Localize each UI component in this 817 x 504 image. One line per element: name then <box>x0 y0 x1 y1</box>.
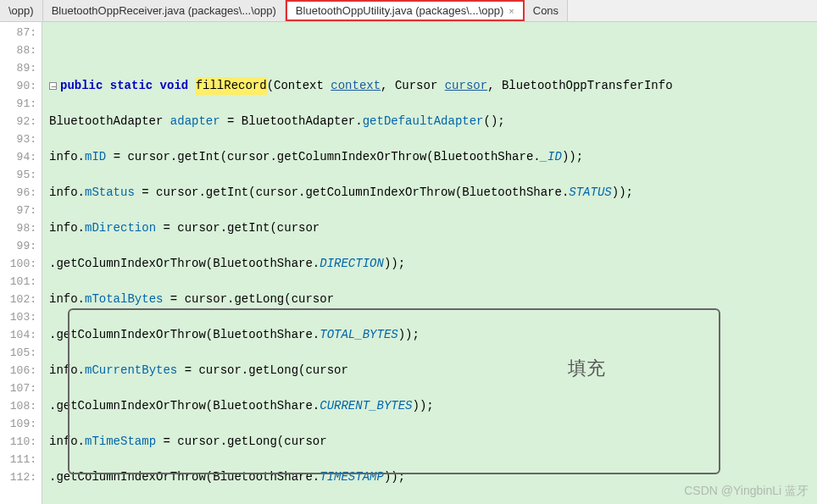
code-line <box>49 42 817 59</box>
line-number: 112: <box>0 468 36 486</box>
tab-cons-fragment[interactable]: Cons <box>525 0 568 21</box>
line-number: 95: <box>0 166 36 184</box>
code-editor[interactable]: 87:88:89:90:91:92:93:94:95:96:97:98:99:1… <box>0 22 817 504</box>
line-number: 109: <box>0 415 36 433</box>
line-number: 105: <box>0 344 36 362</box>
editor-tabs: \opp) BluetoothOppReceiver.java (package… <box>0 0 817 22</box>
line-number: 97: <box>0 202 36 219</box>
code-line: info.mTotalBytes = cursor.getLong(cursor <box>49 291 817 308</box>
line-number: 102: <box>0 291 36 308</box>
line-number: 106: <box>0 362 36 379</box>
line-number: 110: <box>0 433 36 451</box>
line-number: 100: <box>0 255 36 273</box>
tab-bluetooth-opp-receiver[interactable]: BluetoothOppReceiver.java (packages\...\… <box>43 0 286 21</box>
code-line: .getColumnIndexOrThrow(BluetoothShare.TO… <box>49 326 817 344</box>
line-number-gutter: 87:88:89:90:91:92:93:94:95:96:97:98:99:1… <box>0 22 42 504</box>
code-line: public static void fillRecord(Context co… <box>49 77 817 95</box>
tab-opp-fragment[interactable]: \opp) <box>0 0 43 21</box>
code-line: .getColumnIndexOrThrow(BluetoothShare.CU… <box>49 397 817 415</box>
line-number: 94: <box>0 148 36 166</box>
line-number: 98: <box>0 219 36 237</box>
code-area[interactable]: public static void fillRecord(Context co… <box>42 22 817 504</box>
code-line: info.mID = cursor.getInt(cursor.getColum… <box>49 148 817 166</box>
line-number: 92: <box>0 113 36 130</box>
line-number: 90: <box>0 77 36 95</box>
line-number: 91: <box>0 95 36 113</box>
line-number: 101: <box>0 273 36 291</box>
code-line: .getColumnIndexOrThrow(BluetoothShare.TI… <box>49 468 817 486</box>
line-number: 89: <box>0 59 36 77</box>
line-number: 107: <box>0 379 36 397</box>
line-number: 87: <box>0 24 36 42</box>
fold-icon[interactable] <box>49 82 57 90</box>
line-number: 96: <box>0 184 36 202</box>
code-line: info.mStatus = cursor.getInt(cursor.getC… <box>49 184 817 202</box>
line-number: 111: <box>0 451 36 468</box>
code-line: BluetoothAdapter adapter = BluetoothAdap… <box>49 113 817 130</box>
line-number: 93: <box>0 130 36 148</box>
line-number: 108: <box>0 397 36 415</box>
tab-bluetooth-opp-utility[interactable]: BluetoothOppUtility.java (packages\...\o… <box>286 0 525 21</box>
code-line: .getColumnIndexOrThrow(BluetoothShare.DI… <box>49 255 817 273</box>
code-line: info.mCurrentBytes = cursor.getLong(curs… <box>49 362 817 379</box>
line-number: 88: <box>0 42 36 59</box>
code-line: info.mDirection = cursor.getInt(cursor <box>49 219 817 237</box>
line-number: 104: <box>0 326 36 344</box>
line-number: 103: <box>0 308 36 326</box>
close-icon[interactable]: × <box>509 6 514 16</box>
code-line: info.mTimeStamp = cursor.getLong(cursor <box>49 433 817 451</box>
line-number: 99: <box>0 237 36 255</box>
